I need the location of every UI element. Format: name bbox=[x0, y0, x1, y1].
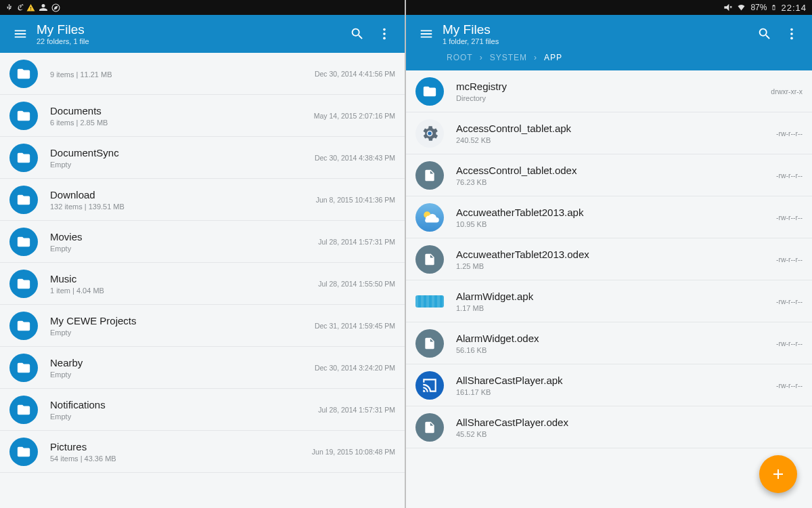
item-meta: 1.25 MB bbox=[456, 262, 771, 270]
app-subtitle: 22 folders, 1 file bbox=[37, 37, 344, 45]
hamburger-menu-button[interactable] bbox=[7, 20, 34, 47]
list-item[interactable]: AlarmWidget.odex56.16 KB-rw-r--r-- bbox=[406, 322, 812, 364]
item-stamp: -rw-r--r-- bbox=[771, 171, 803, 179]
search-button[interactable] bbox=[344, 20, 371, 47]
list-item[interactable]: AlarmWidget.apk1.17 MB-rw-r--r-- bbox=[406, 280, 812, 322]
item-name: AccessControl_tablet.odex bbox=[456, 165, 771, 176]
battery-text: 87% bbox=[750, 3, 767, 12]
list-item[interactable]: My CEWE ProjectsEmptyDec 31, 2014 1:59:4… bbox=[0, 305, 405, 347]
svg-point-7 bbox=[428, 131, 432, 135]
item-meta: Empty bbox=[50, 371, 309, 379]
item-meta: 1 item | 4.04 MB bbox=[50, 287, 313, 295]
item-name: AlarmWidget.apk bbox=[456, 291, 771, 302]
list-item[interactable]: AccessControl_tablet.odex76.23 KB-rw-r--… bbox=[406, 154, 812, 196]
file-icon bbox=[415, 413, 444, 442]
item-stamp: -rw-r--r-- bbox=[771, 255, 803, 263]
alarm-app-icon bbox=[415, 295, 444, 308]
item-meta: 161.17 KB bbox=[456, 388, 771, 396]
file-icon bbox=[415, 161, 444, 190]
item-name: My CEWE Projects bbox=[50, 315, 309, 326]
overflow-menu-button[interactable] bbox=[778, 20, 805, 47]
person-icon bbox=[39, 3, 47, 12]
item-stamp: Dec 30, 2014 4:41:56 PM bbox=[309, 70, 395, 78]
svg-point-4 bbox=[790, 28, 793, 31]
item-meta: 54 items | 43.36 MB bbox=[50, 454, 307, 463]
list-item[interactable]: NotificationsEmptyJul 28, 2014 1:57:31 P… bbox=[0, 389, 405, 431]
battery-icon bbox=[771, 3, 777, 12]
item-stamp: -rw-r--r-- bbox=[771, 381, 803, 389]
right-pane: 87% 22:14 My Files 1 folder, 271 files R… bbox=[406, 0, 812, 508]
item-meta: 10.95 KB bbox=[456, 220, 771, 228]
item-stamp: Dec 31, 2014 1:59:45 PM bbox=[309, 322, 395, 330]
breadcrumb-item[interactable]: SYSTEM bbox=[490, 53, 527, 62]
item-meta: 6 items | 2.85 MB bbox=[50, 119, 309, 127]
item-meta: 240.52 KB bbox=[456, 136, 771, 144]
list-item[interactable]: AllShareCastPlayer.odex45.52 KB bbox=[406, 406, 812, 448]
breadcrumb-item[interactable]: ROOT bbox=[447, 53, 473, 62]
svg-point-5 bbox=[790, 33, 793, 35]
weather-app-icon bbox=[415, 203, 444, 232]
item-stamp: -rw-r--r-- bbox=[771, 297, 803, 305]
svg-point-2 bbox=[383, 33, 386, 35]
file-list-left: 9 items | 11.21 MBDec 30, 2014 4:41:56 P… bbox=[0, 53, 405, 508]
hamburger-menu-button[interactable] bbox=[413, 20, 440, 47]
item-stamp: drwxr-xr-x bbox=[765, 87, 803, 96]
item-name: AllShareCastPlayer.odex bbox=[456, 417, 797, 428]
item-stamp: Jul 28, 2014 1:57:31 PM bbox=[313, 406, 395, 414]
nyt-icon: ℭ bbox=[17, 3, 22, 13]
mute-icon bbox=[723, 3, 732, 12]
svg-point-3 bbox=[383, 37, 386, 40]
folder-icon bbox=[9, 312, 38, 340]
list-item[interactable]: AllShareCastPlayer.apk161.17 KB-rw-r--r-… bbox=[406, 364, 812, 406]
list-item[interactable]: MoviesEmptyJul 28, 2014 1:57:31 PM bbox=[0, 221, 405, 263]
item-meta: 1.17 MB bbox=[456, 304, 771, 312]
list-item[interactable]: Documents6 items | 2.85 MBMay 14, 2015 2… bbox=[0, 95, 405, 137]
item-stamp: Dec 30, 2014 4:38:43 PM bbox=[309, 154, 395, 162]
list-item[interactable]: mcRegistryDirectorydrwxr-xr-x bbox=[406, 70, 812, 112]
item-stamp: Jun 19, 2015 10:08:48 PM bbox=[307, 448, 395, 456]
app-bar-right: My Files 1 folder, 271 files ROOT›SYSTEM… bbox=[406, 15, 812, 70]
list-item[interactable]: Pictures54 items | 43.36 MBJun 19, 2015 … bbox=[0, 431, 405, 473]
folder-icon bbox=[9, 354, 38, 382]
file-list-right: mcRegistryDirectorydrwxr-xr-xAccessContr… bbox=[406, 70, 812, 508]
item-name: Movies bbox=[50, 231, 313, 242]
item-name: AccuweatherTablet2013.odex bbox=[456, 249, 771, 260]
folder-icon bbox=[9, 60, 38, 88]
item-name: Music bbox=[50, 273, 313, 284]
list-item[interactable]: AccuweatherTablet2013.odex1.25 MB-rw-r--… bbox=[406, 238, 812, 280]
list-item[interactable]: Music1 item | 4.04 MBJul 28, 2014 1:55:5… bbox=[0, 263, 405, 305]
item-name: AccuweatherTablet2013.apk bbox=[456, 207, 771, 218]
item-name: Nearby bbox=[50, 357, 309, 368]
warning-icon bbox=[26, 3, 35, 12]
overflow-menu-button[interactable] bbox=[371, 20, 398, 47]
list-item[interactable]: 9 items | 11.21 MBDec 30, 2014 4:41:56 P… bbox=[0, 53, 405, 95]
file-icon bbox=[415, 245, 444, 274]
item-meta: Empty bbox=[50, 245, 313, 253]
list-item[interactable]: Download132 items | 139.51 MBJun 8, 2015… bbox=[0, 179, 405, 221]
item-meta: Empty bbox=[50, 329, 309, 337]
left-pane: ℭ My Files 22 folders, 1 file 9 items | … bbox=[0, 0, 406, 508]
item-stamp: -rw-r--r-- bbox=[771, 339, 803, 347]
file-icon bbox=[415, 329, 444, 358]
fab-add-button[interactable] bbox=[759, 455, 797, 493]
status-bar-right: 87% 22:14 bbox=[406, 0, 812, 15]
svg-point-6 bbox=[790, 37, 793, 40]
app-bar-left: My Files 22 folders, 1 file bbox=[0, 15, 405, 53]
list-item[interactable]: DocumentSyncEmptyDec 30, 2014 4:38:43 PM bbox=[0, 137, 405, 179]
search-button[interactable] bbox=[751, 20, 778, 47]
app-title: My Files bbox=[37, 22, 344, 37]
item-meta: 45.52 KB bbox=[456, 430, 797, 438]
list-item[interactable]: NearbyEmptyDec 30, 2014 3:24:20 PM bbox=[0, 347, 405, 389]
wifi-icon bbox=[736, 3, 746, 12]
clock-text: 22:14 bbox=[781, 3, 807, 13]
item-name: AlarmWidget.odex bbox=[456, 333, 771, 344]
item-meta: 56.16 KB bbox=[456, 346, 771, 354]
folder-icon bbox=[9, 270, 38, 298]
list-item[interactable]: AccuweatherTablet2013.apk10.95 KB-rw-r--… bbox=[406, 196, 812, 238]
item-stamp: Jun 8, 2015 10:41:36 PM bbox=[311, 196, 395, 204]
item-name: DocumentSync bbox=[50, 147, 309, 158]
folder-icon bbox=[9, 144, 38, 172]
item-stamp: -rw-r--r-- bbox=[771, 213, 803, 221]
list-item[interactable]: AccessControl_tablet.apk240.52 KB-rw-r--… bbox=[406, 112, 812, 154]
breadcrumb-item[interactable]: APP bbox=[544, 53, 562, 62]
